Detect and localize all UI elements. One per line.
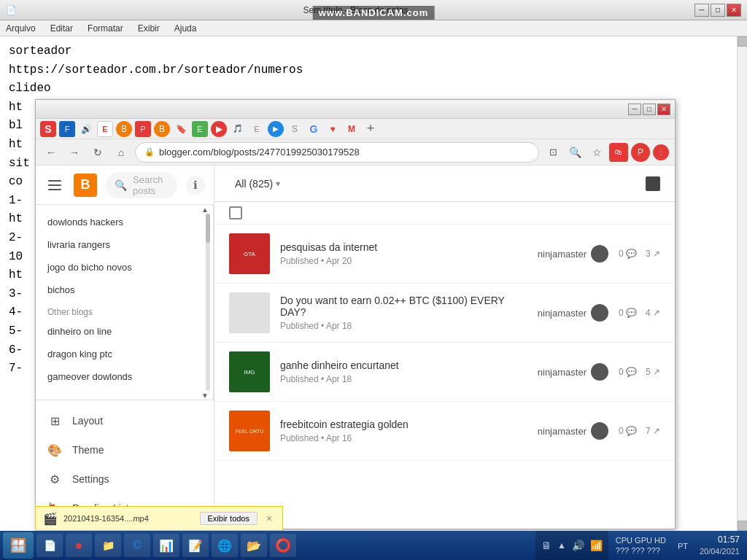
scroll-track <box>206 214 210 391</box>
bookmark-icon-btn[interactable]: ☆ <box>587 143 606 162</box>
favicon-bookmark[interactable]: 🔖 <box>173 121 189 137</box>
sidebar-item-layout[interactable]: ⊞ Layout <box>36 406 214 435</box>
favicon-heart[interactable]: ♥ <box>325 121 341 137</box>
tray-up-arrow[interactable]: ▲ <box>557 540 566 551</box>
notepad-maximize-btn[interactable]: □ <box>711 4 725 17</box>
favicon-e3[interactable]: E <box>249 121 265 137</box>
thumbnail-view-btn[interactable] <box>646 176 660 191</box>
post-item-1[interactable]: GTA pesquisas da internet Published • Ap… <box>214 225 675 284</box>
browser-maximize-btn[interactable]: □ <box>643 104 656 115</box>
profile-avatar[interactable]: P <box>631 143 650 162</box>
post-dot-2: • <box>321 321 326 331</box>
refresh-button[interactable]: ↻ <box>88 143 107 162</box>
taskbar: 🪟 📄 ● 📁 © 📊 📝 🌐 📂 ⭕ 🖥 ▲ 🔊 📶 CPU GPU HD <box>0 531 747 560</box>
red-app-icon: ● <box>71 538 86 553</box>
post-title-3: ganhe dinheiro encurtanet <box>280 359 527 371</box>
favicon-e2[interactable]: E <box>192 121 208 137</box>
sidebar-item-settings[interactable]: ⚙ Settings <box>36 464 214 494</box>
favicon-play[interactable]: ▶ <box>211 121 227 137</box>
taskbar-app-explorer[interactable]: 📁 <box>95 534 121 557</box>
post-meta-1: Published • Apr 20 <box>280 256 527 266</box>
taskbar-app-notepad[interactable]: 📄 <box>36 534 63 557</box>
dropdown-item-livraria[interactable]: livraria rangers <box>36 233 213 256</box>
back-button[interactable]: ← <box>42 143 61 162</box>
dropdown-item-bichos[interactable]: bichos <box>36 279 213 301</box>
select-all-checkbox[interactable] <box>229 206 242 219</box>
taskbar-app-red[interactable]: ● <box>66 534 92 557</box>
taskbar-app-excel[interactable]: 📊 <box>153 534 179 557</box>
browser-window: ─ □ ✕ S F 🔊 E B P B 🔖 E ▶ 🎵 E ▶ S G ♥ M … <box>35 99 676 529</box>
author-avatar-2 <box>591 304 608 322</box>
layout-label: Layout <box>72 415 103 427</box>
folder-icon: 📂 <box>247 538 261 553</box>
hamburger-line-1 <box>48 180 61 182</box>
chrome-icon: 🌐 <box>217 538 232 553</box>
perf-values: ??? ??? ??? <box>616 545 660 556</box>
address-bar[interactable]: 🔒 blogger.com/blog/posts/247701992503017… <box>135 142 539 163</box>
home-button[interactable]: ⌂ <box>112 143 131 162</box>
favicon-e[interactable]: E <box>97 121 113 137</box>
dropdown-item-dowlonds[interactable]: dowlonds hackers <box>36 211 213 233</box>
scroll-down-btn[interactable]: ▼ <box>201 391 209 400</box>
favicon-f[interactable]: F <box>59 121 75 137</box>
favicon-b[interactable]: B <box>116 121 132 137</box>
favicon-b2[interactable]: B <box>154 121 170 137</box>
hamburger-line-3 <box>48 189 61 190</box>
author-avatar-1 <box>591 245 608 262</box>
notepad-menu-editar[interactable]: Editar <box>47 22 76 35</box>
notepad-line-3: clideo <box>9 79 738 98</box>
translate-icon-btn[interactable]: ⊡ <box>543 143 562 162</box>
notepad-minimize-btn[interactable]: ─ <box>694 4 709 17</box>
dropdown-item-dragon[interactable]: dragon king ptc <box>36 343 213 365</box>
search-bar[interactable]: 🔍 Search posts <box>106 172 177 198</box>
video-notification-close-btn[interactable]: × <box>263 513 275 524</box>
taskbar-app-media[interactable]: ⭕ <box>270 534 296 557</box>
taskbar-app-c[interactable]: © <box>124 534 150 557</box>
favicon-play2[interactable]: ▶ <box>268 121 284 137</box>
notepad-menu-arquivo[interactable]: Arquivo <box>3 22 39 35</box>
extension-icon-btn[interactable]: 🛍 <box>609 143 628 162</box>
posts-filter-dropdown[interactable]: All (825) ▾ <box>229 174 286 194</box>
favicon-add[interactable]: + <box>363 121 379 137</box>
notepad-close-btn[interactable]: ✕ <box>727 4 741 17</box>
favicon-audio2[interactable]: 🎵 <box>230 121 246 137</box>
favicon-g[interactable]: G <box>306 121 322 137</box>
search-icon-btn[interactable]: 🔍 <box>565 143 584 162</box>
dropdown-item-gameover[interactable]: gameover dowlonds <box>36 365 213 388</box>
select-all-row <box>214 202 675 225</box>
notepad-menu-formatar[interactable]: Formatar <box>85 22 126 35</box>
post-info-2: Do you want to earn 0.02++ BTC ($1100) E… <box>280 295 527 331</box>
post-dot-1: • <box>321 256 326 266</box>
overflow-menu-btn[interactable]: ⋮ <box>653 144 669 160</box>
favicon-audio[interactable]: 🔊 <box>78 121 94 137</box>
post-item-2[interactable]: Do you want to earn 0.02++ BTC ($1100) E… <box>214 284 675 343</box>
post-item-3[interactable]: IMG ganhe dinheiro encurtanet Published … <box>214 343 675 402</box>
favicon-s[interactable]: S <box>40 121 56 137</box>
video-notification: 🎬 20210419-16354....mp4 Exibir todos × <box>35 506 283 531</box>
sidebar-item-theme[interactable]: 🎨 Theme <box>36 435 214 464</box>
taskbar-app-word[interactable]: 📝 <box>182 534 209 557</box>
notepad-scrollbar[interactable] <box>737 36 747 531</box>
post-meta-2: Published • Apr 18 <box>280 321 527 331</box>
forward-button[interactable]: → <box>65 143 84 162</box>
scroll-up-btn[interactable]: ▲ <box>201 205 209 214</box>
post-item-4[interactable]: FEEL ORTU freebitcoin estrategia golden … <box>214 402 675 461</box>
favicon-m[interactable]: M <box>344 121 360 137</box>
notepad-menu-ajuda[interactable]: Ajuda <box>171 22 200 35</box>
show-all-button[interactable]: Exibir todos <box>200 512 258 525</box>
hamburger-button[interactable] <box>44 175 65 195</box>
clock-area[interactable]: 01:57 20/04/2021 <box>695 534 744 556</box>
info-icon-btn[interactable]: ℹ <box>186 176 205 195</box>
dropdown-item-dinheiro[interactable]: dinheiro on line <box>36 320 213 343</box>
taskbar-app-folder[interactable]: 📂 <box>241 534 267 557</box>
start-button[interactable]: 🪟 <box>3 532 34 559</box>
notepad-menu-exibir[interactable]: Exibir <box>135 22 163 35</box>
blog-dropdown: ▲ dowlonds hackers livraria rangers jogo… <box>36 205 214 400</box>
browser-minimize-btn[interactable]: ─ <box>628 104 641 115</box>
dropdown-item-jogo[interactable]: jogo do bicho novos <box>36 256 213 279</box>
language-indicator[interactable]: PT <box>673 539 692 552</box>
favicon-s2[interactable]: S <box>287 121 303 137</box>
browser-close-btn[interactable]: ✕ <box>657 104 670 115</box>
favicon-p[interactable]: P <box>135 121 151 137</box>
taskbar-app-chrome[interactable]: 🌐 <box>212 534 238 557</box>
